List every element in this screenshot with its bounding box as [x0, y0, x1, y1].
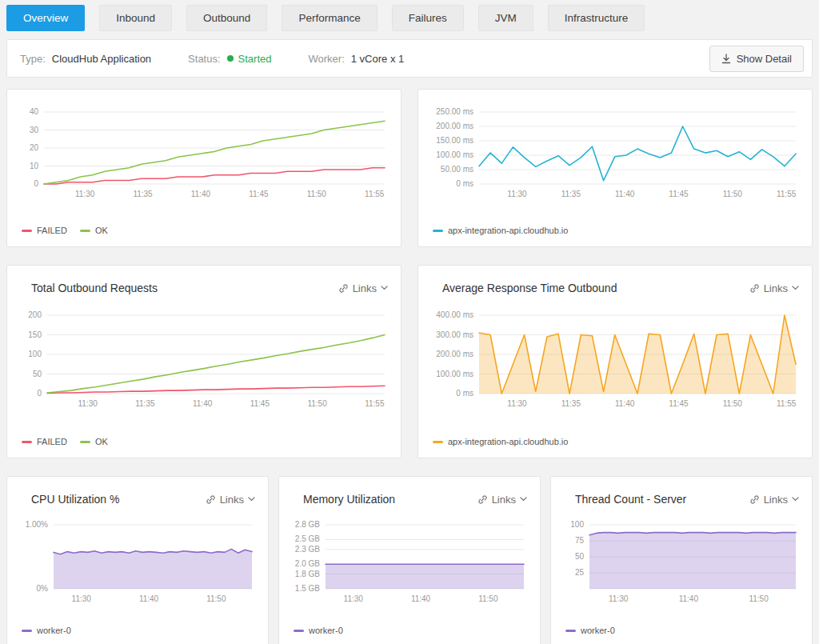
tab-overview[interactable]: Overview — [6, 5, 85, 31]
svg-text:11:30: 11:30 — [72, 594, 92, 603]
svg-text:0: 0 — [34, 179, 38, 188]
download-icon — [721, 54, 731, 64]
svg-text:11:30: 11:30 — [75, 190, 95, 198]
chart-legend: worker-0 — [289, 616, 530, 637]
chevron-down-icon — [381, 286, 388, 290]
links-dropdown[interactable]: Links — [338, 282, 388, 294]
svg-text:1.8 GB: 1.8 GB — [295, 570, 320, 578]
svg-text:50: 50 — [33, 370, 42, 378]
chart-card-cpu-utilization: CPU Utilization % Links 0%1.00%11:3011:4… — [6, 476, 269, 644]
svg-text:11:50: 11:50 — [723, 190, 743, 198]
chart-title: Total Outbound Requests — [31, 282, 158, 294]
chart-card-memory-utilization: Memory Utilization Links 1.5 GB1.8 GB2.0… — [278, 476, 541, 644]
svg-text:100.00 ms: 100.00 ms — [436, 370, 473, 378]
svg-text:11:30: 11:30 — [344, 594, 364, 603]
legend-item: apx-integration-api.cloudhub.io — [433, 226, 568, 235]
legend-swatch — [433, 230, 443, 232]
charts-row-2: Total Outbound Requests Links 0501001502… — [6, 265, 813, 458]
chart-header: Memory Utilization Links — [289, 486, 530, 515]
svg-text:10: 10 — [30, 162, 39, 170]
show-detail-button[interactable]: Show Detail — [709, 46, 804, 72]
chart-card-total-outbound-requests: Total Outbound Requests Links 0501001502… — [6, 265, 402, 458]
chart-plot-area: 25507510011:3011:4011:50 — [561, 515, 802, 616]
svg-text:0 ms: 0 ms — [456, 179, 473, 188]
show-detail-label: Show Detail — [737, 53, 792, 65]
svg-text:11:35: 11:35 — [561, 399, 581, 408]
legend-item: OK — [80, 437, 108, 446]
svg-text:75: 75 — [575, 536, 585, 545]
legend-swatch — [22, 630, 32, 632]
chart-plot-area: 0 ms100.00 ms200.00 ms300.00 ms400.00 ms… — [428, 304, 802, 427]
links-dropdown[interactable]: Links — [477, 494, 527, 506]
status-dot-icon — [227, 55, 234, 62]
legend-swatch — [22, 441, 32, 443]
svg-text:100.00 ms: 100.00 ms — [436, 150, 473, 159]
svg-text:0: 0 — [37, 389, 42, 398]
app-status: Status: Started — [188, 53, 271, 65]
chart-card-thread-count: Thread Count - Server Links 25507510011:… — [550, 476, 813, 644]
legend-item: worker-0 — [565, 626, 615, 635]
svg-text:11:40: 11:40 — [193, 399, 213, 408]
tab-performance[interactable]: Performance — [282, 5, 377, 31]
svg-text:2.5 GB: 2.5 GB — [295, 534, 320, 543]
svg-text:30: 30 — [30, 126, 39, 134]
svg-text:11:30: 11:30 — [609, 594, 629, 603]
charts-row-1: 01020304011:3011:3511:4011:4511:5011:55 … — [6, 89, 813, 247]
legend-item: OK — [80, 226, 108, 235]
svg-text:11:40: 11:40 — [679, 594, 699, 603]
tab-inbound[interactable]: Inbound — [99, 5, 172, 31]
worker-label: Worker: — [309, 53, 345, 65]
legend-item: apx-integration-api.cloudhub.io — [433, 437, 568, 446]
svg-text:11:50: 11:50 — [307, 190, 327, 198]
chart-plot-area: 1.5 GB1.8 GB2.0 GB2.3 GB2.5 GB2.8 GB11:3… — [289, 515, 530, 616]
chart-legend: worker-0 — [561, 616, 802, 637]
tab-failures[interactable]: Failures — [392, 5, 464, 31]
link-icon — [749, 283, 760, 294]
chart-legend: FAILEDOK — [17, 427, 391, 448]
chart-header: CPU Utilization % Links — [17, 486, 258, 515]
svg-text:11:30: 11:30 — [507, 190, 527, 198]
tab-outbound[interactable]: Outbound — [186, 5, 267, 31]
legend-label: apx-integration-api.cloudhub.io — [448, 437, 568, 446]
chart-legend: worker-0 — [17, 616, 258, 637]
svg-text:11:35: 11:35 — [133, 190, 153, 198]
legend-label: FAILED — [37, 226, 67, 235]
svg-text:11:40: 11:40 — [411, 594, 431, 603]
links-label: Links — [220, 494, 244, 506]
tab-infrastructure[interactable]: Infrastructure — [548, 5, 645, 31]
status-value: Started — [238, 53, 272, 65]
tab-jvm[interactable]: JVM — [478, 5, 533, 31]
svg-text:50.00 ms: 50.00 ms — [441, 165, 473, 174]
svg-text:200: 200 — [28, 310, 42, 319]
link-icon — [338, 283, 349, 294]
chart-title: CPU Utilization % — [31, 493, 119, 506]
links-dropdown[interactable]: Links — [206, 494, 255, 506]
svg-text:11:40: 11:40 — [139, 594, 159, 603]
svg-text:100: 100 — [570, 520, 584, 529]
chevron-down-icon — [248, 497, 255, 502]
chart-card-avg-response-time-outbound: Average Response Time Outbound Links 0 m… — [417, 265, 813, 458]
app-worker: Worker: 1 vCore x 1 — [309, 53, 405, 65]
legend-label: OK — [95, 437, 108, 446]
svg-text:200.00 ms: 200.00 ms — [436, 122, 473, 130]
svg-text:1.5 GB: 1.5 GB — [295, 584, 320, 593]
svg-text:11:45: 11:45 — [250, 399, 270, 408]
svg-text:25: 25 — [575, 568, 585, 577]
chart-legend: FAILEDOK — [17, 216, 391, 237]
chart-plot-area: 0 ms50.00 ms100.00 ms150.00 ms200.00 ms2… — [428, 99, 802, 216]
link-icon — [206, 494, 216, 505]
tab-bar: OverviewInboundOutboundPerformanceFailur… — [6, 5, 813, 39]
svg-text:11:40: 11:40 — [191, 190, 211, 198]
charts-row-3: CPU Utilization % Links 0%1.00%11:3011:4… — [6, 476, 813, 644]
app-type: Type: CloudHub Application — [20, 53, 151, 65]
svg-text:11:50: 11:50 — [206, 594, 226, 603]
chart-title: Thread Count - Server — [575, 493, 686, 506]
legend-label: worker-0 — [309, 626, 343, 635]
svg-text:11:55: 11:55 — [365, 190, 385, 198]
svg-text:11:50: 11:50 — [749, 594, 769, 603]
links-dropdown[interactable]: Links — [749, 494, 799, 506]
svg-text:11:55: 11:55 — [777, 190, 797, 198]
legend-label: worker-0 — [37, 626, 71, 635]
svg-text:11:45: 11:45 — [669, 190, 689, 198]
links-dropdown[interactable]: Links — [749, 282, 799, 294]
